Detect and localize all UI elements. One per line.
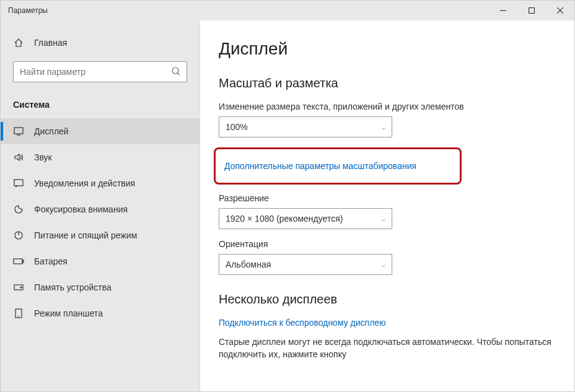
sidebar-item-label: Батарея <box>34 256 68 266</box>
advanced-scaling-highlight: Дополнительные параметры масштабирования <box>214 147 462 185</box>
sidebar-item-tablet[interactable]: Режим планшета <box>1 300 200 326</box>
svg-rect-8 <box>14 180 23 186</box>
orientation-dropdown[interactable]: Альбомная ⌵ <box>219 254 392 275</box>
sound-icon <box>13 153 24 162</box>
power-icon <box>13 230 24 240</box>
titlebar: Параметры <box>1 1 574 20</box>
focus-icon <box>13 204 24 214</box>
advanced-scaling-link[interactable]: Дополнительные параметры масштабирования <box>224 161 416 171</box>
svg-rect-1 <box>529 8 535 14</box>
home-icon <box>13 38 24 48</box>
search-input[interactable] <box>13 61 187 82</box>
battery-icon <box>13 258 24 265</box>
scale-label: Изменение размера текста, приложений и д… <box>219 102 556 111</box>
close-button[interactable] <box>546 1 574 20</box>
chevron-down-icon: ⌵ <box>382 216 385 222</box>
multi-display-info: Старые дисплеи могут не всегда подключат… <box>219 336 556 360</box>
sidebar-item-storage[interactable]: Память устройства <box>1 274 200 300</box>
main-content: Дисплей Масштаб и разметка Изменение раз… <box>200 20 574 391</box>
svg-rect-6 <box>14 128 23 134</box>
sidebar-item-label: Память устройства <box>34 282 112 292</box>
resolution-dropdown[interactable]: 1920 × 1080 (рекомендуется) ⌵ <box>219 208 392 229</box>
resolution-value: 1920 × 1080 (рекомендуется) <box>226 214 343 224</box>
chevron-down-icon: ⌵ <box>382 261 385 268</box>
sidebar-item-notifications[interactable]: Уведомления и действия <box>1 170 200 196</box>
window-controls <box>489 1 574 20</box>
svg-rect-11 <box>14 259 22 264</box>
content-area: Главная Система Дисплей Звук Уведомления… <box>1 20 574 391</box>
sidebar-item-label: Режим планшета <box>34 308 103 318</box>
sidebar-item-label: Фокусировка внимания <box>34 204 128 214</box>
sidebar-item-label: Питание и спящий режим <box>34 230 137 240</box>
category-header: Система <box>1 94 200 118</box>
home-label: Главная <box>34 38 67 48</box>
settings-window: Параметры Главная Система Дисплей <box>0 0 575 392</box>
section-scale-title: Масштаб и разметка <box>219 76 556 90</box>
minimize-button[interactable] <box>489 1 517 20</box>
svg-point-4 <box>172 68 178 74</box>
svg-line-5 <box>178 73 180 75</box>
multiple-displays-section: Несколько дисплеев Подключиться к беспро… <box>219 292 556 360</box>
search-icon <box>172 67 180 77</box>
page-title: Дисплей <box>219 39 556 59</box>
sidebar: Главная Система Дисплей Звук Уведомления… <box>1 20 200 391</box>
orientation-label: Ориентация <box>219 239 556 249</box>
search-field[interactable] <box>20 67 172 77</box>
scale-value: 100% <box>226 122 248 132</box>
window-title: Параметры <box>8 6 48 15</box>
sidebar-item-label: Дисплей <box>34 126 69 136</box>
sidebar-item-power[interactable]: Питание и спящий режим <box>1 222 200 248</box>
sidebar-item-sound[interactable]: Звук <box>1 144 200 170</box>
section-multi-title: Несколько дисплеев <box>219 292 556 307</box>
orientation-value: Альбомная <box>226 259 271 269</box>
sidebar-item-label: Уведомления и действия <box>34 178 135 188</box>
chevron-down-icon: ⌵ <box>382 124 385 131</box>
display-icon <box>13 127 24 136</box>
scale-dropdown[interactable]: 100% ⌵ <box>219 116 392 137</box>
resolution-label: Разрешение <box>219 193 556 203</box>
sidebar-item-battery[interactable]: Батарея <box>1 248 200 274</box>
maximize-button[interactable] <box>517 1 546 20</box>
storage-icon <box>13 284 24 291</box>
sidebar-item-display[interactable]: Дисплей <box>1 118 200 144</box>
home-link[interactable]: Главная <box>1 32 200 54</box>
notifications-icon <box>13 179 24 188</box>
sidebar-item-focus[interactable]: Фокусировка внимания <box>1 196 200 222</box>
tablet-icon <box>13 308 24 318</box>
sidebar-item-label: Звук <box>34 152 52 162</box>
wireless-display-link[interactable]: Подключиться к беспроводному дисплею <box>219 318 556 328</box>
svg-point-14 <box>20 287 22 288</box>
svg-rect-12 <box>22 260 24 263</box>
